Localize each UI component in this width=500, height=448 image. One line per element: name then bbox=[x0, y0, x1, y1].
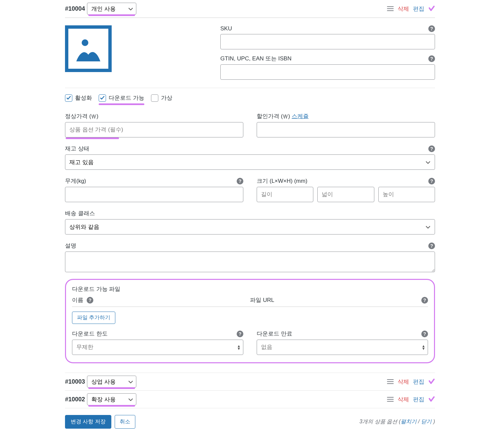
weight-field: 무게(kg) ? bbox=[65, 177, 243, 202]
download-limit-field: 다운로드 한도 ? ▲▼ bbox=[72, 330, 243, 355]
cancel-button[interactable]: 취소 bbox=[115, 415, 135, 429]
download-expiry-field: 다운로드 만료 ? ▲▼ bbox=[257, 330, 428, 355]
description-label: 설명 bbox=[65, 242, 76, 250]
help-icon[interactable]: ? bbox=[421, 331, 428, 337]
add-file-button[interactable]: 파일 추가하기 bbox=[72, 312, 115, 324]
footer-bar: 변경 사항 저장 취소 3개의 상품 옵션 (펼치기 / 닫기 ) bbox=[65, 415, 435, 429]
description-textarea[interactable] bbox=[65, 252, 435, 272]
annotation-checkmark-icon bbox=[428, 396, 435, 403]
variation-id: #10004 bbox=[65, 5, 85, 12]
gtin-label: GTIN, UPC, EAN 또는 ISBN bbox=[220, 55, 291, 62]
variation-header-10004: #10004 개인 사용 삭제 편집 bbox=[65, 0, 435, 18]
delete-link[interactable]: 삭제 bbox=[398, 378, 409, 386]
variation-id: #10002 bbox=[65, 396, 85, 403]
active-checkbox[interactable]: 활성화 bbox=[65, 94, 92, 102]
downloadable-checkbox[interactable]: 다운로드 가능 bbox=[99, 94, 144, 102]
downloadable-label: 다운로드 가능 bbox=[109, 94, 144, 102]
file-url-column-label: 파일 URL bbox=[250, 296, 274, 304]
variation-id: #10003 bbox=[65, 378, 85, 385]
variation-header-10002: #10002 확장 사용 삭제 편집 bbox=[65, 391, 435, 408]
edit-link[interactable]: 편집 bbox=[413, 396, 424, 403]
help-icon[interactable]: ? bbox=[237, 331, 243, 337]
height-input[interactable] bbox=[378, 187, 435, 202]
file-name-column-label: 이름 bbox=[72, 296, 83, 304]
annotation-underline bbox=[88, 387, 135, 389]
virtual-checkbox[interactable]: 가상 bbox=[151, 94, 172, 102]
variation-attribute-select[interactable]: 개인 사용 bbox=[87, 3, 136, 15]
regular-price-field: 정상가격 (₩) bbox=[65, 112, 243, 137]
variation-attribute-select[interactable]: 상업 사용 bbox=[87, 376, 136, 388]
stock-status-select[interactable]: 재고 있음 bbox=[65, 154, 435, 170]
help-icon[interactable]: ? bbox=[428, 25, 435, 32]
delete-link[interactable]: 삭제 bbox=[398, 5, 409, 13]
weight-input[interactable] bbox=[65, 187, 243, 202]
svg-point-0 bbox=[82, 39, 88, 46]
sale-price-input[interactable] bbox=[257, 122, 435, 137]
help-icon[interactable]: ? bbox=[87, 297, 93, 304]
download-expiry-label: 다운로드 만료 bbox=[257, 330, 292, 338]
shipping-class-field: 배송 클래스 상위와 같음 bbox=[65, 209, 435, 235]
annotation-underline bbox=[88, 14, 135, 16]
variation-header-10003: #10003 상업 사용 삭제 편집 bbox=[65, 373, 435, 391]
annotation-checkmark-icon bbox=[428, 378, 435, 385]
save-button[interactable]: 변경 사항 저장 bbox=[65, 415, 111, 429]
drag-handle-icon[interactable] bbox=[387, 379, 394, 384]
drag-handle-icon[interactable] bbox=[387, 397, 394, 402]
sale-price-label: 할인가격 (₩) bbox=[257, 112, 290, 120]
number-stepper-icon[interactable]: ▲▼ bbox=[237, 345, 241, 350]
image-placeholder-icon bbox=[74, 34, 103, 63]
downloadable-files-section: 다운로드 가능 파일 이름 ? 파일 URL ? 파일 추가하기 다운로드 한도… bbox=[65, 279, 435, 363]
variation-panel: SKU ? GTIN, UPC, EAN 또는 ISBN ? bbox=[65, 18, 435, 369]
sku-label: SKU bbox=[220, 25, 232, 32]
help-icon[interactable]: ? bbox=[421, 297, 428, 304]
gtin-input[interactable] bbox=[220, 64, 435, 80]
drag-handle-icon[interactable] bbox=[387, 6, 394, 11]
annotation-underline bbox=[99, 103, 144, 105]
help-icon[interactable]: ? bbox=[237, 178, 243, 184]
sku-field: SKU ? bbox=[220, 25, 435, 49]
regular-price-label: 정상가격 (₩) bbox=[65, 112, 98, 120]
length-input[interactable] bbox=[257, 187, 313, 202]
sale-price-field: 할인가격 (₩) 스케쥴 bbox=[257, 112, 435, 137]
regular-price-input[interactable] bbox=[65, 122, 243, 137]
annotation-underline bbox=[88, 405, 135, 407]
stock-status-field: 재고 상태 ? 재고 있음 bbox=[65, 145, 435, 170]
checkbox-row: 활성화 다운로드 가능 가상 bbox=[65, 88, 435, 105]
collapse-all-link[interactable]: 닫기 bbox=[421, 419, 432, 424]
gtin-field: GTIN, UPC, EAN 또는 ISBN ? bbox=[220, 55, 435, 80]
virtual-label: 가상 bbox=[161, 94, 172, 102]
download-limit-input[interactable] bbox=[72, 340, 243, 355]
expand-all-link[interactable]: 펼치기 bbox=[401, 419, 417, 424]
dimensions-field: 크기 (L×W×H) (mm) ? bbox=[257, 177, 435, 202]
active-label: 활성화 bbox=[75, 94, 92, 102]
downloadable-files-title: 다운로드 가능 파일 bbox=[72, 285, 428, 293]
annotation-underline bbox=[66, 137, 119, 139]
shipping-class-select[interactable]: 상위와 같음 bbox=[65, 219, 435, 235]
weight-label: 무게(kg) bbox=[65, 177, 86, 185]
variation-image-placeholder[interactable] bbox=[65, 25, 112, 72]
width-input[interactable] bbox=[317, 187, 374, 202]
dimensions-label: 크기 (L×W×H) (mm) bbox=[257, 177, 307, 185]
download-expiry-input[interactable] bbox=[257, 340, 428, 355]
schedule-link[interactable]: 스케쥴 bbox=[292, 113, 309, 119]
description-field: 설명 ? bbox=[65, 242, 435, 272]
edit-link[interactable]: 편집 bbox=[413, 5, 424, 13]
sku-input[interactable] bbox=[220, 34, 435, 49]
help-icon[interactable]: ? bbox=[428, 145, 435, 152]
help-icon[interactable]: ? bbox=[428, 55, 435, 62]
edit-link[interactable]: 편집 bbox=[413, 378, 424, 386]
download-limit-label: 다운로드 한도 bbox=[72, 330, 108, 338]
stock-status-label: 재고 상태 bbox=[65, 145, 89, 152]
number-stepper-icon[interactable]: ▲▼ bbox=[422, 345, 425, 350]
annotation-checkmark-icon bbox=[428, 5, 435, 12]
variation-attribute-select[interactable]: 확장 사용 bbox=[87, 393, 136, 405]
shipping-class-label: 배송 클래스 bbox=[65, 209, 95, 217]
help-icon[interactable]: ? bbox=[428, 178, 435, 184]
variation-count-text: 3개의 상품 옵션 (펼치기 / 닫기 ) bbox=[359, 418, 435, 425]
delete-link[interactable]: 삭제 bbox=[398, 396, 409, 403]
help-icon[interactable]: ? bbox=[428, 243, 435, 249]
